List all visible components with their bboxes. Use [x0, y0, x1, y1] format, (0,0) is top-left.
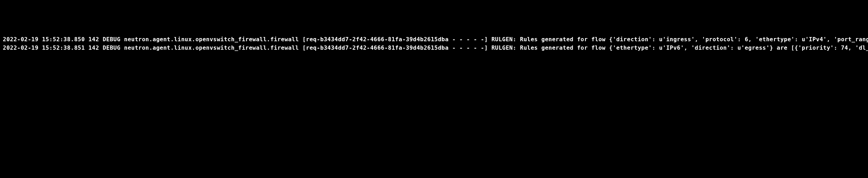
log-line: 2022-02-19 15:52:38.850 142 DEBUG neutro… [3, 36, 868, 43]
log-line: 2022-02-19 15:52:38.851 142 DEBUG neutro… [3, 44, 868, 51]
terminal-log-output: 2022-02-19 15:52:38.850 142 DEBUG neutro… [3, 35, 865, 52]
